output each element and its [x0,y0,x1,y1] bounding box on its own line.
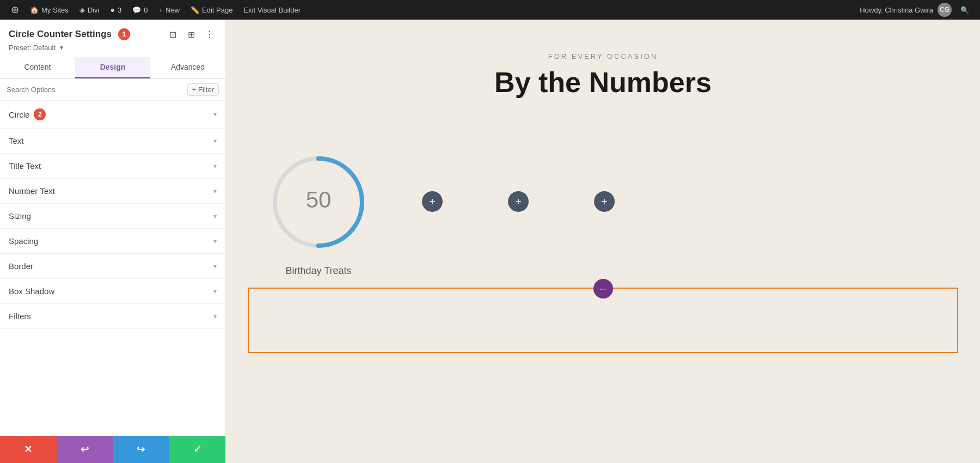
undo-button[interactable]: ↩ [57,436,113,463]
sidebar-options-list: Circle 2 ▾ Text ▾ Title Text ▾ [0,101,225,436]
counters-row: 50 Birthday Treats + + + [226,148,980,277]
circle-icon: ● [111,5,115,14]
new-label: New [166,6,180,14]
accordion-border: Border ▾ [0,254,225,279]
chevron-down-icon: ▾ [213,288,217,295]
add-module-button-3[interactable]: + [594,191,615,212]
edit-page-link[interactable]: ✏️ Edit Page [186,0,237,20]
accordion-text: Text ▾ [0,129,225,154]
sizing-label: Sizing [9,211,31,221]
box-shadow-label: Box Shadow [9,287,54,296]
howdy-user-label: Howdy, Christina Gwira [860,6,933,14]
sidebar-header-icons: ⊡ ⊞ ⋮ [166,27,217,41]
divi-link[interactable]: ◈ Divi [75,0,104,20]
search-options-input[interactable] [7,86,184,94]
accordion-text-header[interactable]: Text ▾ [0,129,225,153]
chevron-down-icon: ▾ [213,111,217,118]
new-link[interactable]: + New [154,0,184,20]
message-count: 0 [144,6,148,14]
filter-label: Filter [198,86,214,94]
content-area: FOR EVERY OCCASION By the Numbers 50 Bir… [226,20,980,463]
more-options-btn[interactable]: ⋮ [203,27,217,41]
exit-visual-builder-link[interactable]: Exit Visual Builder [239,0,305,20]
add-module-button-1[interactable]: + [422,191,443,212]
accordion-sizing: Sizing ▾ [0,204,225,229]
chevron-down-icon: ▾ [213,313,217,320]
chevron-down-icon: ▾ [213,137,217,145]
add-module-button-2[interactable]: + [508,191,529,212]
accordion-spacing-header[interactable]: Spacing ▾ [0,229,225,253]
edit-icon: ✏️ [191,6,199,14]
preset-label: Preset: Default [9,44,56,52]
chevron-down-icon: ▾ [213,187,217,195]
number-text-label: Number Text [9,186,55,196]
my-sites-icon: 🏠 [30,6,39,14]
accordion-filters: Filters ▾ [0,304,225,329]
circle-label-text: Circle [9,110,29,119]
circle-badge: 2 [34,108,46,120]
edit-page-label: Edit Page [202,6,232,14]
my-sites-link[interactable]: 🏠 My Sites [26,0,73,20]
filter-plus-icon: + [192,86,197,94]
wp-logo-icon: ⊕ [11,4,19,16]
tab-design[interactable]: Design [75,57,150,78]
window-icon-btn[interactable]: ⊡ [166,27,180,41]
section-subtitle: FOR EVERY OCCASION [270,52,936,60]
sidebar-title: Circle Counter Settings [9,29,112,40]
sidebar-tabs: Content Design Advanced [0,57,225,79]
save-button[interactable]: ✓ [169,436,226,463]
chevron-down-icon: ▾ [213,212,217,220]
preset-row: Preset: Default ▼ [9,44,217,52]
accordion-number-text-header[interactable]: Number Text ▾ [0,179,225,203]
redo-button[interactable]: ↪ [113,436,169,463]
cancel-button[interactable]: ✕ [0,436,57,463]
tab-advanced[interactable]: Advanced [150,57,225,78]
accordion-sizing-header[interactable]: Sizing ▾ [0,204,225,228]
redo-icon: ↪ [137,443,145,455]
sidebar-title-row: Circle Counter Settings 1 ⊡ ⊞ ⋮ [9,27,217,41]
chevron-down-icon: ▾ [213,162,217,170]
accordion-circle-header[interactable]: Circle 2 ▾ [0,101,225,128]
plus-icon: + [158,6,163,14]
search-options-bar: + Filter [0,79,225,101]
user-avatar[interactable]: CG [938,3,952,17]
badge-1: 1 [118,28,130,40]
filter-button[interactable]: + Filter [187,83,219,96]
undo-icon: ↩ [81,443,89,455]
section-options-button[interactable]: ··· [593,279,613,298]
title-text-label: Title Text [9,161,41,170]
wp-admin-bar: ⊕ 🏠 My Sites ◈ Divi ● 3 💬 0 + New ✏️ Edi… [0,0,980,20]
section-title: By the Numbers [270,66,936,99]
save-icon: ✓ [193,443,201,455]
circle-counter-label: Birthday Treats [285,265,351,277]
cancel-icon: ✕ [24,443,32,455]
text-label: Text [9,136,24,145]
circle-counter: 50 Birthday Treats [248,148,389,277]
accordion-title-text-header[interactable]: Title Text ▾ [0,154,225,178]
accordion-filters-header[interactable]: Filters ▾ [0,304,225,328]
bottom-section: ··· [248,288,958,353]
search-icon[interactable]: 🔍 [956,6,973,14]
wp-logo[interactable]: ⊕ [7,0,23,20]
accordion-box-shadow: Box Shadow ▾ [0,279,225,304]
circle-counter-svg: 50 [264,148,373,257]
accordion-border-header[interactable]: Border ▾ [0,254,225,278]
accordion-spacing: Spacing ▾ [0,229,225,254]
tab-content[interactable]: Content [0,57,75,78]
page-section: FOR EVERY OCCASION By the Numbers [226,20,980,148]
chevron-down-icon: ▾ [213,237,217,245]
accordion-box-shadow-header[interactable]: Box Shadow ▾ [0,279,225,303]
filters-label: Filters [9,312,31,321]
messages-link[interactable]: 💬 0 [128,0,152,20]
divi-icon: ◈ [79,6,85,14]
message-icon: 💬 [132,6,141,14]
accordion-circle-label: Circle 2 [9,108,46,120]
sidebar-actions: ✕ ↩ ↪ ✓ [0,436,225,463]
divi-label: Divi [88,6,100,14]
dropdown-chevron-icon: ▼ [59,45,64,51]
layout-icon-btn[interactable]: ⊞ [184,27,198,41]
comments-count-link[interactable]: ● 3 [106,0,126,20]
exit-builder-label: Exit Visual Builder [243,6,301,14]
accordion-title-text: Title Text ▾ [0,154,225,179]
svg-text:50: 50 [306,187,332,212]
